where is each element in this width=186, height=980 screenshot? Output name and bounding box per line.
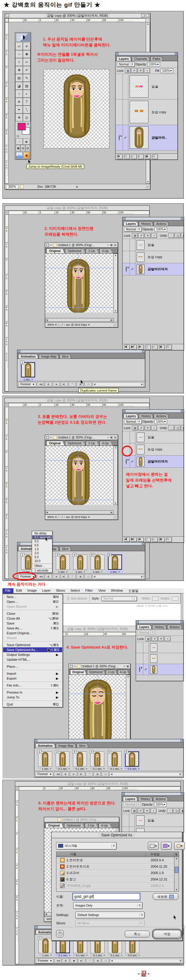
frame-delay-select[interactable]: °°°0.1 sec.▾	[54, 767, 71, 770]
palette-tab[interactable]: Layers	[117, 56, 131, 61]
animation-frame[interactable]: 5 °°°1 sec.▾	[89, 553, 106, 574]
visibility-toggle[interactable]	[123, 239, 130, 251]
document-canvas[interactable]	[69, 675, 126, 748]
layer-name[interactable]: 금발머리여자	[146, 456, 168, 468]
zoom-box-icon[interactable]	[141, 14, 144, 18]
document-canvas[interactable]	[45, 446, 114, 505]
palette-header[interactable]	[136, 620, 183, 624]
width-field[interactable]	[152, 597, 159, 601]
document-titlebar[interactable]: ≡ Untitled-1 @ 300% (Origi… ≡ ▣	[69, 664, 130, 669]
frame-delay-select[interactable]: °°°1 sec.▾	[89, 570, 106, 573]
file-menu-item[interactable]: Quit⌘Q	[3, 702, 62, 707]
close-box-icon[interactable]	[46, 244, 49, 247]
lock-icon[interactable]: ✛	[145, 425, 151, 430]
duplicate-frame-button[interactable]: ▣	[77, 574, 84, 579]
delay-menu-item[interactable]: 2.0	[32, 551, 52, 555]
delete-frame-button[interactable]: ♺	[102, 958, 109, 963]
animation-tab[interactable]: Slice	[59, 354, 71, 358]
unify-icon[interactable]: ▫	[167, 808, 173, 813]
file-menu-item[interactable]: Open Recent▶	[3, 604, 62, 609]
animation-tab[interactable]: Slice	[77, 743, 88, 748]
layer-row[interactable]: ✐ 입술	[123, 239, 184, 251]
duplicate-frame-button[interactable]: ▣	[94, 958, 101, 963]
file-row[interactable]: 7f783006_m.jpg 2005.2.4	[56, 883, 179, 889]
tool-button[interactable]: ◐	[23, 90, 30, 98]
blend-mode-select[interactable]: Normal⇕	[117, 62, 135, 67]
zoom-box-icon[interactable]: ▣	[110, 243, 113, 247]
layer-name[interactable]: 눈섭 copy	[146, 251, 162, 263]
layer-thumbnail[interactable]	[136, 457, 144, 466]
layer-row[interactable]: ✐	[136, 664, 183, 675]
layer-thumbnail[interactable]	[150, 654, 157, 663]
next-frame-button[interactable]: ▶▏	[78, 772, 85, 776]
tween-button[interactable]: °°°	[86, 772, 93, 776]
layer-thumbnail[interactable]	[136, 264, 144, 274]
palette-footer-icon[interactable]: ▣	[145, 154, 151, 159]
tool-button[interactable]: ✎	[23, 74, 30, 82]
file-menu-item[interactable]: Save⌘S	[3, 621, 62, 626]
next-frame-button[interactable]: ▶▏	[78, 958, 85, 963]
zoom-field[interactable]: 300%	[6, 185, 18, 189]
tool-button[interactable]: ○	[15, 90, 23, 98]
vertical-scrollbar[interactable]: ▲▼	[114, 253, 118, 313]
frame-thumbnail[interactable]	[73, 555, 87, 570]
layer-thumbnail[interactable]	[150, 665, 157, 674]
visibility-toggle[interactable]	[123, 456, 130, 468]
frame-thumbnail[interactable]	[91, 555, 104, 570]
opacity-field[interactable]: 100%▶	[155, 419, 167, 424]
frame-delay-select[interactable]: °°°1 sec.▾	[55, 570, 71, 573]
opacity-field[interactable]: 100%▶	[154, 802, 167, 807]
file-menu-item[interactable]: Save Optimized As…⌥⇧⌘S	[3, 648, 62, 652]
palette-tab[interactable]: Channels	[132, 56, 149, 61]
resize-grip[interactable]	[178, 936, 181, 940]
tool-button[interactable]: ▭	[15, 42, 23, 50]
tool-button[interactable]: ✱	[23, 50, 30, 58]
document-view-tab[interactable]: Original	[70, 670, 86, 675]
animation-frame[interactable]: 5 °°°0.1 sec.▾	[106, 750, 123, 771]
file-row[interactable]: 3.피규어 2005.1.9	[56, 870, 179, 876]
file-menu-item[interactable]	[3, 662, 62, 664]
tool-button[interactable]: ╲	[23, 106, 30, 113]
duplicate-frame-button[interactable]: ▣	[94, 772, 101, 776]
save-button[interactable]: 저장	[153, 930, 181, 938]
palette-footer-icon[interactable]: ◉	[138, 537, 144, 542]
window-titlebar[interactable]: 금발 copy @ 300% (금발머리여자, RGB)	[5, 13, 150, 18]
resize-grip[interactable]	[113, 323, 117, 326]
screen-mode-button[interactable]: ▣	[16, 145, 21, 151]
layer-thumbnail[interactable]	[130, 101, 149, 123]
layer-name[interactable]: 금발머려..	[150, 125, 167, 150]
palette-header[interactable]	[123, 217, 184, 220]
document-view-tab[interactable]: 4-Up	[98, 823, 112, 828]
palette-footer-icon[interactable]: ◉	[138, 345, 144, 350]
loop-select[interactable]: Forever▾	[18, 382, 36, 387]
scroll-thumb[interactable]	[175, 867, 178, 873]
animation-frame[interactable]: 3 °°°0.1 sec.▾	[72, 750, 88, 771]
document-titlebar[interactable]: ≡ Untitled-1 @ 300% (Origi… ≡ ▣ ▤	[45, 435, 118, 440]
unify-icon[interactable]: ◧	[181, 425, 184, 430]
menu-bar-item[interactable]: Edit	[13, 588, 25, 593]
palette-footer-icon[interactable]: ▱	[152, 345, 158, 350]
lock-icon[interactable]: ▨	[132, 233, 138, 238]
unify-icon[interactable]: ◫	[173, 808, 179, 813]
style-select[interactable]: Normal⇕	[101, 596, 137, 601]
file-menu-item[interactable]: Preview In▶	[3, 690, 62, 695]
jump-arrow-icon[interactable]: ⤳	[16, 152, 22, 159]
palette-tab[interactable]: Paths	[150, 56, 163, 61]
loop-select[interactable]: Forever▾	[35, 772, 53, 777]
palette-footer-icon[interactable]: ◻	[145, 345, 151, 350]
close-box-icon[interactable]	[6, 14, 9, 18]
palette-footer-icon[interactable]: ◐	[138, 154, 144, 159]
frame-delay-select[interactable]: °°°1 sec.▾	[37, 767, 53, 770]
animation-frame[interactable]: 6 °°°0.5 sec.▾	[124, 750, 140, 771]
animation-frame[interactable]: 1 °°°1 sec.▾	[37, 750, 53, 771]
imageready-button[interactable]: ◉	[23, 152, 30, 159]
animation-frame[interactable]: 3 °°°1 sec.▾	[55, 553, 71, 574]
document-view-tab[interactable]: 2-Up	[106, 670, 117, 675]
file-menu-item[interactable]	[3, 609, 62, 611]
document-view-tab[interactable]: 4-Up	[118, 670, 129, 675]
frame-thumbnail[interactable]	[38, 938, 53, 953]
visibility-toggle[interactable]	[136, 642, 143, 653]
delete-frame-button[interactable]: ♺	[85, 382, 92, 387]
palette-header[interactable]	[18, 350, 145, 353]
visibility-toggle[interactable]	[115, 74, 123, 99]
